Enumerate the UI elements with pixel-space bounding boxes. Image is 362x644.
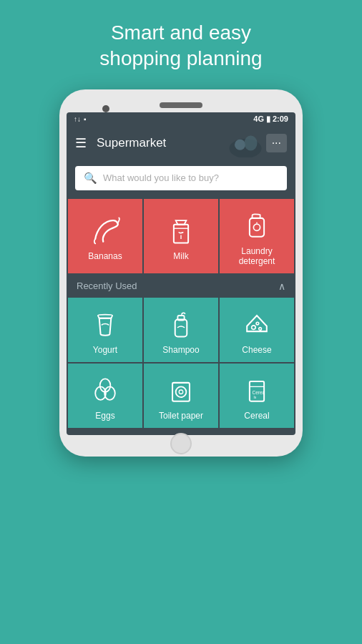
home-button[interactable] [170, 433, 192, 454]
cart-items-section: Bananas Milk Laundry detergent [67, 197, 295, 273]
recent-tile-cheese[interactable]: Cheese [220, 298, 294, 362]
search-bar[interactable]: 🔍 What would you like to buy? [75, 166, 287, 190]
recent-tile-eggs-label: Eggs [95, 411, 114, 421]
recent-tile-cheese-label: Cheese [242, 345, 271, 355]
signal-icon: ↑↓ [74, 115, 81, 123]
headline-line1: Smart and easy [111, 21, 251, 44]
cereal-icon [240, 374, 273, 406]
cart-tile-detergent[interactable]: Laundry detergent [220, 199, 294, 273]
phone-mockup: ↑↓ ▪ 4G ▮ 2:09 ☰ Supermarket ··· � [59, 89, 303, 457]
toilet-paper-icon [165, 374, 197, 406]
app-headline: Smart and easy shopping planning [99, 20, 262, 72]
status-left: ↑↓ ▪ [74, 115, 87, 123]
search-container: 🔍 What would you like to buy? [67, 160, 295, 197]
svg-point-22 [235, 140, 245, 150]
recent-tile-yogurt-label: Yogurt [93, 345, 117, 355]
svg-point-23 [245, 135, 258, 150]
status-right: 4G ▮ 2:09 [253, 114, 288, 124]
network-indicator: 4G [253, 114, 264, 123]
recent-tile-toilet-paper[interactable]: Toilet paper [144, 364, 218, 428]
cheese-icon [240, 308, 273, 341]
recent-tile-cereal-label: Cereal [244, 411, 269, 421]
time-display: 2:09 [273, 114, 288, 123]
search-placeholder: What would you like to buy? [103, 172, 219, 183]
chat-icon[interactable]: ··· [266, 134, 287, 152]
phone-camera [102, 105, 109, 112]
phone-screen: ↑↓ ▪ 4G ▮ 2:09 ☰ Supermarket ··· � [67, 112, 295, 435]
recent-tile-shampoo-label: Shampoo [162, 345, 199, 355]
detergent-icon [240, 209, 273, 242]
headline-line2: shopping planning [99, 47, 262, 69]
eggs-icon [89, 374, 122, 406]
banana-icon [89, 214, 122, 247]
yogurt-icon [89, 308, 122, 341]
cart-tile-bananas[interactable]: Bananas [68, 199, 142, 273]
recently-used-title: Recently Used [77, 280, 137, 291]
phone-bottom [67, 435, 295, 449]
header-illustration [224, 129, 267, 157]
recent-tile-toilet-paper-label: Toilet paper [159, 411, 203, 421]
battery-icon: ▮ [266, 114, 270, 124]
shampoo-icon [165, 308, 197, 341]
cart-tile-bananas-label: Bananas [88, 251, 122, 261]
recently-used-header[interactable]: Recently Used ∧ [67, 273, 295, 298]
search-icon: 🔍 [84, 172, 97, 185]
recent-tile-shampoo[interactable]: Shampoo [144, 298, 218, 362]
app-bar: ☰ Supermarket ··· [67, 126, 295, 160]
recent-tile-eggs[interactable]: Eggs [68, 364, 142, 428]
cart-tile-detergent-label: Laundry detergent [224, 246, 290, 266]
milk-icon [165, 214, 197, 247]
sim-icon: ▪ [84, 115, 87, 123]
menu-icon[interactable]: ☰ [75, 135, 87, 151]
recently-used-grid: Yogurt Shampoo Cheese Eggs Toilet paper … [67, 298, 295, 429]
status-bar: ↑↓ ▪ 4G ▮ 2:09 [67, 112, 295, 126]
phone-speaker [160, 102, 202, 108]
cart-tile-milk[interactable]: Milk [144, 199, 218, 273]
recent-tile-cereal[interactable]: Cereal [220, 364, 294, 428]
cart-tile-milk-label: Milk [173, 251, 188, 261]
recent-tile-yogurt[interactable]: Yogurt [68, 298, 142, 362]
collapse-icon[interactable]: ∧ [278, 280, 285, 292]
phone-top [67, 97, 295, 112]
